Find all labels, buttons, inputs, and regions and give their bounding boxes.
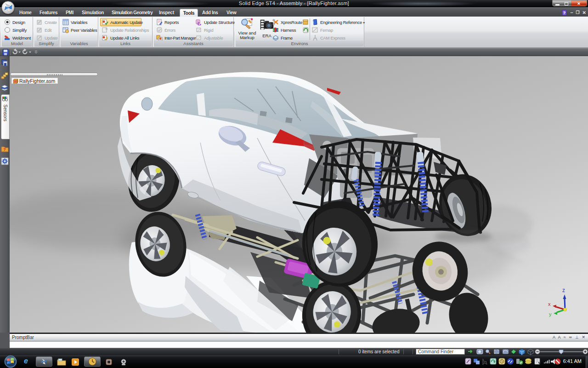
svg-text:x: x	[548, 301, 551, 307]
svg-text:?: ?	[563, 11, 566, 15]
svg-text:z: z	[562, 287, 565, 293]
svg-text:?: ?	[3, 147, 6, 152]
svg-text:y: y	[549, 311, 552, 317]
